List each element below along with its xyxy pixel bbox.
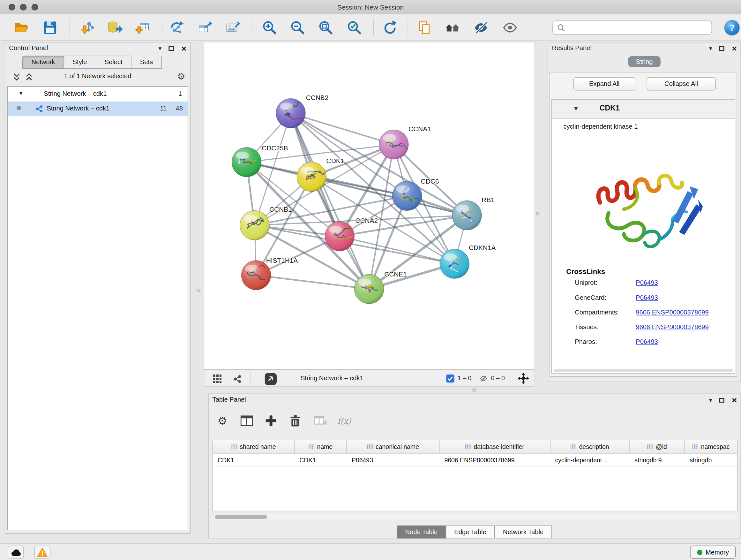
show-results-button[interactable] (499, 17, 521, 38)
pan-crosshair-icon[interactable] (518, 373, 529, 386)
function-builder-button[interactable]: f(x) (335, 411, 354, 430)
expand-all-button[interactable]: Expand All (574, 77, 635, 91)
column-header[interactable]: namespac (685, 440, 737, 453)
panel-collapse-icon[interactable]: ▾ (158, 44, 162, 53)
network-canvas[interactable]: CCNB2CCNA1CDC25BCDK1CDC6RB1CCNB1CCNA2CDK… (204, 42, 535, 369)
refresh-button[interactable] (380, 17, 401, 38)
cell-name[interactable]: CDK1 (294, 454, 347, 466)
column-header[interactable]: description (550, 440, 630, 453)
delete-table-button-disabled[interactable] (311, 411, 330, 430)
cell-shared-name[interactable]: CDK1 (213, 454, 294, 466)
table-horizontal-scrollbar[interactable] (212, 514, 738, 520)
birds-eye-view-button[interactable] (211, 373, 223, 385)
tab-style[interactable]: Style (64, 56, 96, 69)
panel-close-icon[interactable]: ✕ (732, 44, 738, 53)
network-row[interactable]: String Network – cdk1 11 48 (8, 102, 188, 116)
copy-button[interactable] (414, 17, 435, 38)
crosslink-link[interactable]: P06493 (636, 294, 658, 301)
network-node-CCNA1[interactable]: CCNA1 (379, 125, 431, 159)
disclosure-triangle-icon[interactable]: ▼ (18, 90, 24, 97)
column-header[interactable]: canonical name (347, 440, 440, 453)
gene-section-header[interactable]: ▼ CDK1 (552, 100, 735, 119)
network-edge[interactable] (256, 275, 369, 289)
network-node-HIST1H1A[interactable]: HIST1H1A (241, 257, 298, 290)
network-edge[interactable] (291, 113, 394, 145)
section-disclosure-icon[interactable]: ▼ (573, 105, 579, 112)
crosslink-link[interactable]: 9606.ENSP00000378699 (636, 323, 709, 330)
help-button[interactable]: ? (724, 20, 740, 36)
crosslink-link[interactable]: P06493 (636, 338, 658, 346)
column-header[interactable]: database identifier (440, 440, 550, 453)
import-table-file-button[interactable] (132, 17, 153, 38)
export-image-button[interactable] (222, 17, 244, 38)
network-node-CDKN1A[interactable]: CDKN1A (440, 244, 495, 278)
tab-node-table[interactable]: Node Table (397, 525, 446, 538)
save-session-button[interactable] (40, 17, 61, 38)
column-header[interactable]: name (294, 440, 347, 453)
network-overview-button[interactable] (231, 373, 244, 385)
network-edge[interactable] (291, 113, 369, 289)
panel-float-icon[interactable] (719, 46, 724, 51)
warnings-button[interactable] (34, 546, 51, 559)
delete-column-button[interactable] (286, 411, 305, 430)
show-columns-button[interactable] (237, 411, 256, 430)
zoom-out-button[interactable] (287, 17, 308, 38)
panel-collapse-icon[interactable]: ▾ (709, 44, 712, 53)
hidden-eye-icon[interactable] (479, 374, 488, 384)
column-header[interactable]: @id (630, 440, 685, 453)
zoom-selected-button[interactable] (344, 17, 365, 38)
panel-collapse-icon[interactable]: ▾ (709, 396, 712, 405)
panel-float-icon[interactable] (719, 398, 724, 402)
network-node-CDC6[interactable]: CDC6 (392, 178, 439, 211)
results-horizontal-scrollbar[interactable] (554, 369, 733, 372)
crosslink-link[interactable]: 9606.ENSP00000378699 (636, 309, 709, 316)
column-header[interactable]: shared name (213, 440, 294, 453)
network-collection-row[interactable]: ▼ String Network – cdk1 1 (8, 87, 188, 102)
tab-network[interactable]: Network (22, 56, 64, 69)
scrollbar-thumb[interactable] (215, 515, 267, 519)
table-row[interactable]: CDK1 CDK1 P06493 9606.ENSP00000378699 cy… (213, 454, 737, 467)
cell-id[interactable]: stringdb:9... (630, 454, 685, 466)
cell-description[interactable]: cyclin-dependent ... (550, 454, 630, 466)
crosslink-link[interactable]: P06493 (636, 279, 658, 286)
home-button[interactable] (442, 17, 463, 38)
memory-button[interactable]: Memory (690, 546, 736, 559)
collapse-all-button[interactable]: Collapse All (647, 77, 716, 91)
tab-select[interactable]: Select (96, 56, 131, 69)
new-network-button[interactable] (166, 17, 187, 38)
export-table-button[interactable] (194, 17, 215, 38)
network-edge[interactable] (340, 236, 455, 264)
network-node-CDK1[interactable]: CDK1 (297, 157, 344, 192)
gear-icon[interactable]: ⚙ (177, 71, 185, 82)
tab-sets[interactable]: Sets (131, 56, 162, 69)
network-node-CCNB1[interactable]: CCNB1 (240, 206, 292, 240)
cloud-status-button[interactable] (8, 546, 24, 559)
cell-canonical-name[interactable]: P06493 (347, 454, 440, 466)
tab-edge-table[interactable]: Edge Table (446, 525, 495, 538)
zoom-fit-button[interactable] (315, 17, 336, 38)
right-splitter-handle[interactable] (536, 212, 539, 215)
panel-float-icon[interactable] (169, 46, 174, 51)
tab-network-table[interactable]: Network Table (494, 525, 552, 538)
panel-close-icon[interactable]: ✕ (732, 396, 738, 405)
horizontal-splitter-handle[interactable] (472, 388, 475, 391)
string-results-tab[interactable]: String (628, 56, 660, 67)
selected-checkbox-icon[interactable] (446, 374, 454, 382)
footer-separator (250, 372, 250, 385)
network-node-RB1[interactable]: RB1 (452, 196, 495, 230)
table-settings-button[interactable]: ⚙ (213, 411, 232, 430)
open-session-button[interactable] (11, 17, 32, 38)
import-network-database-button[interactable] (105, 17, 125, 38)
node-label-CCNA1: CCNA1 (408, 125, 431, 132)
search-input[interactable] (568, 24, 707, 31)
vertical-splitter-handle[interactable] (197, 289, 200, 292)
zoom-in-button[interactable] (259, 17, 280, 38)
create-column-button[interactable] (261, 411, 280, 430)
cell-namespace[interactable]: stringdb (685, 454, 737, 466)
export-view-button[interactable] (264, 373, 277, 385)
cell-database-identifier[interactable]: 9606.ENSP00000378699 (440, 454, 550, 466)
import-network-file-button[interactable] (77, 17, 98, 38)
network-node-CDC25B[interactable]: CDC25B (232, 144, 288, 177)
hide-results-button[interactable] (470, 17, 491, 38)
panel-close-icon[interactable]: ✕ (181, 44, 187, 53)
